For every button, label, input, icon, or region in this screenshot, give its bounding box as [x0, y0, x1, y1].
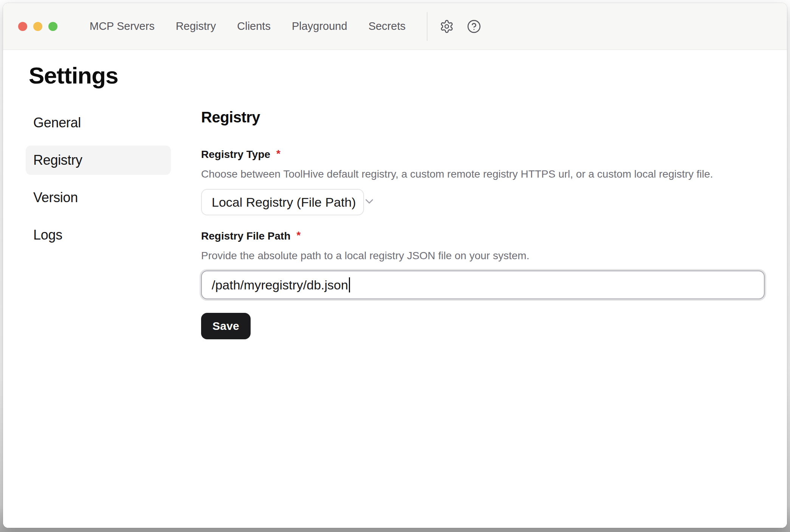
gear-icon: [440, 19, 454, 34]
required-asterisk: *: [276, 148, 280, 159]
traffic-lights: [18, 22, 57, 31]
registry-type-description: Choose between ToolHive default registry…: [201, 168, 765, 181]
required-asterisk: *: [297, 230, 301, 241]
nav-item-registry[interactable]: Registry: [176, 20, 216, 32]
page-title: Settings: [29, 63, 765, 88]
registry-file-path-description: Provide the absolute path to a local reg…: [201, 249, 765, 262]
settings-page: Settings General Registry Version Logs R…: [3, 50, 787, 528]
nav-item-playground[interactable]: Playground: [292, 20, 347, 32]
registry-type-select[interactable]: Local Registry (File Path): [201, 189, 364, 215]
sidebar-item-logs[interactable]: Logs: [26, 220, 171, 250]
section-title: Registry: [201, 108, 765, 126]
titlebar-icons: [438, 18, 483, 35]
nav-item-mcp-servers[interactable]: MCP Servers: [90, 20, 155, 32]
zoom-button[interactable]: [48, 22, 57, 31]
titlebar-divider: [427, 12, 428, 41]
help-icon: [467, 19, 481, 34]
titlebar: MCP Servers Registry Clients Playground …: [3, 3, 787, 50]
top-navigation: MCP Servers Registry Clients Playground …: [90, 20, 406, 32]
settings-sidebar: General Registry Version Logs: [26, 108, 171, 339]
chevron-down-icon: [356, 195, 376, 209]
text-cursor: [349, 277, 350, 292]
sidebar-item-version[interactable]: Version: [26, 183, 171, 212]
close-button[interactable]: [18, 22, 27, 31]
registry-type-label: Registry Type: [201, 148, 270, 161]
registry-settings-panel: Registry Registry Type * Choose between …: [201, 108, 765, 339]
help-button[interactable]: [465, 18, 483, 35]
registry-file-path-label: Registry File Path: [201, 230, 291, 243]
nav-item-secrets[interactable]: Secrets: [369, 20, 406, 32]
settings-button[interactable]: [438, 18, 455, 35]
sidebar-item-registry[interactable]: Registry: [26, 145, 171, 175]
app-window: MCP Servers Registry Clients Playground …: [3, 3, 787, 528]
registry-file-path-value: /path/myregistry/db.json: [212, 278, 348, 292]
sidebar-item-general[interactable]: General: [26, 108, 171, 138]
save-button[interactable]: Save: [201, 313, 251, 339]
nav-item-clients[interactable]: Clients: [237, 20, 271, 32]
registry-file-path-input[interactable]: /path/myregistry/db.json: [201, 271, 765, 299]
minimize-button[interactable]: [33, 22, 42, 31]
registry-type-selected-value: Local Registry (File Path): [212, 195, 356, 210]
